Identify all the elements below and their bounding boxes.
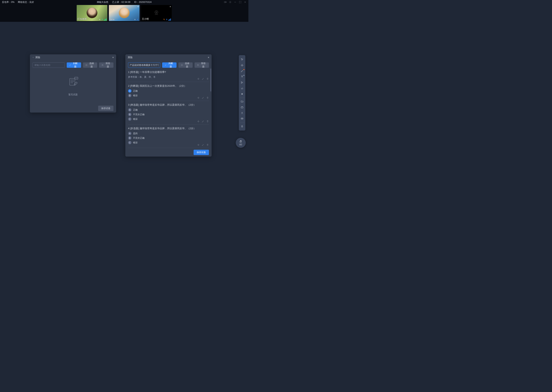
- save-quiz-button[interactable]: 保存试卷: [98, 106, 113, 111]
- option-text: 错误: [133, 141, 138, 144]
- chat-tool[interactable]: [239, 116, 245, 122]
- camera-icon[interactable]: [224, 1, 226, 3]
- tile-close-icon[interactable]: ×: [170, 5, 171, 8]
- add-short-answer-button[interactable]: 简答题: [195, 63, 209, 68]
- move-icon[interactable]: [197, 120, 200, 123]
- hand-count: 0/2: [240, 144, 242, 146]
- svg-rect-18: [102, 64, 103, 66]
- svg-point-6: [100, 19, 100, 20]
- question-actions: [197, 120, 209, 123]
- option-row[interactable]: B不完全正确: [128, 136, 209, 140]
- delete-icon[interactable]: [206, 120, 209, 123]
- add-judge-button[interactable]: 判断题: [162, 63, 176, 68]
- edit-icon[interactable]: [202, 120, 204, 123]
- signal-bars: [168, 18, 171, 21]
- save-quiz-button[interactable]: 保存试卷: [194, 150, 209, 155]
- svg-rect-30: [197, 64, 199, 66]
- tile-close-icon[interactable]: ×: [138, 5, 139, 8]
- scrollbar[interactable]: [211, 69, 211, 140]
- move-icon[interactable]: [197, 77, 200, 80]
- svg-point-37: [242, 112, 242, 113]
- move-icon[interactable]: [197, 144, 200, 146]
- close-icon[interactable]: ×: [112, 56, 114, 59]
- quiz-panel-empty: 测验 × 判断题 选择题 简答题: [30, 54, 116, 112]
- move-icon[interactable]: [197, 97, 200, 99]
- option-row[interactable]: C错误: [128, 141, 209, 144]
- network-status: 网络状态：良好: [18, 0, 34, 4]
- quiz-name-input[interactable]: [33, 63, 65, 68]
- option-row[interactable]: A是的: [128, 132, 209, 135]
- edit-icon[interactable]: [202, 144, 204, 146]
- camera-status-icon: [134, 18, 136, 21]
- mic-icon: [137, 18, 139, 21]
- option-row[interactable]: B不完全正确: [128, 113, 209, 116]
- user-tool[interactable]: [239, 110, 245, 116]
- settings-icon[interactable]: [229, 1, 232, 3]
- back-icon[interactable]: [32, 56, 34, 59]
- question-actions: [197, 144, 209, 146]
- question-actions: [197, 77, 209, 80]
- mic-icon: [166, 18, 168, 21]
- video-tile-student[interactable]: × Nina: [109, 5, 139, 21]
- svg-rect-20: [70, 78, 75, 85]
- text-tool[interactable]: [239, 74, 245, 80]
- option-letter: C: [128, 141, 131, 144]
- close-icon[interactable]: [244, 1, 247, 3]
- pen-tool[interactable]: [239, 68, 245, 74]
- option-text: 错误: [133, 118, 138, 121]
- option-row[interactable]: C错误: [128, 117, 209, 121]
- edit-icon[interactable]: [202, 77, 204, 80]
- delete-icon[interactable]: [206, 77, 209, 80]
- fullscreen-icon[interactable]: [239, 1, 241, 3]
- edit-icon[interactable]: [202, 97, 204, 99]
- option-row[interactable]: A正确: [128, 108, 209, 112]
- delete-icon[interactable]: [206, 97, 209, 99]
- add-judge-button[interactable]: 判断题: [67, 63, 81, 68]
- add-choice-button[interactable]: 选择题: [83, 63, 97, 68]
- question-block: 1 [简答题] 一年四季分别是哪四季?参考答案：春、夏、秋、冬: [128, 69, 209, 82]
- svg-point-41: [242, 119, 242, 119]
- empty-illustration: [65, 75, 81, 90]
- svg-rect-10: [138, 19, 138, 20]
- option-letter: B: [128, 113, 131, 116]
- toolbox-tool[interactable]: [239, 104, 245, 110]
- svg-point-35: [241, 93, 243, 95]
- question-title: 1 [简答题] 一年四季分别是哪四季?: [128, 70, 209, 74]
- raise-hand-button[interactable]: 0/2: [236, 138, 246, 148]
- option-letter: C: [128, 117, 131, 121]
- option-letter: A: [128, 132, 131, 135]
- option-letter: A: [128, 108, 131, 112]
- folder-tool[interactable]: [239, 98, 245, 104]
- svg-rect-36: [241, 107, 243, 108]
- option-row[interactable]: B错误: [128, 94, 209, 97]
- bell-tool[interactable]: [239, 123, 245, 129]
- mic-icon: [101, 18, 103, 21]
- option-row[interactable]: A正确: [128, 89, 209, 93]
- panel-title: 测验: [35, 56, 40, 59]
- delete-icon[interactable]: [206, 144, 209, 146]
- add-short-answer-button[interactable]: 简答题: [99, 63, 113, 68]
- minimize-icon[interactable]: [234, 1, 237, 3]
- camera-off-icon: [153, 10, 160, 16]
- svg-point-17: [86, 64, 87, 66]
- laser-tool[interactable]: [239, 91, 245, 97]
- svg-point-1: [230, 2, 231, 2]
- session-id: ID：2020070324: [134, 0, 152, 4]
- eraser-tool[interactable]: [239, 85, 245, 91]
- cursor-tool[interactable]: [239, 57, 245, 63]
- video-tile-student[interactable]: × 王小明: [141, 5, 172, 21]
- option-text: 是的: [133, 132, 138, 135]
- svg-point-9: [135, 19, 135, 20]
- quiz-name-input[interactable]: [128, 63, 160, 68]
- option-text: 正确: [133, 89, 138, 93]
- svg-point-26: [76, 78, 76, 78]
- svg-line-16: [70, 64, 71, 66]
- question-title: 3 [单选题] 施华洛世奇是反华品牌，所以梁鼎琪反华。（2分）: [128, 103, 209, 107]
- scissors-tool[interactable]: [239, 80, 245, 85]
- option-text: 错误: [133, 94, 138, 97]
- close-icon[interactable]: ×: [208, 56, 209, 59]
- elapsed-time: 已上课：02:34:09: [112, 0, 130, 4]
- video-tile-teacher[interactable]: 叮当老师: [77, 5, 107, 21]
- move-tool[interactable]: [239, 63, 245, 68]
- add-choice-button[interactable]: 选择题: [178, 63, 193, 68]
